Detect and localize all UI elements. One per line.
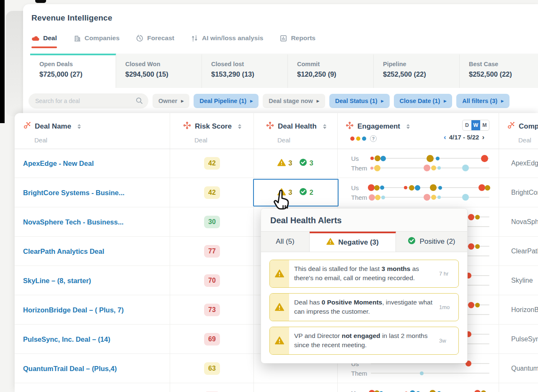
column-header-deal-health[interactable]: Deal Health [266, 121, 326, 131]
engagement-timeline [371, 373, 489, 374]
column-header-risk-score[interactable]: Risk Score [183, 121, 241, 131]
risk-score-pill: 42 [204, 157, 220, 170]
engagement-us-label: Us [351, 155, 359, 162]
alert-time: 7 hr [439, 260, 458, 287]
filter-chip-deal-pipeline-1[interactable]: Deal Pipeline (1)▸ [194, 94, 259, 108]
tab-deal[interactable]: Deal [31, 34, 57, 48]
tab-companies[interactable]: Companies [74, 34, 120, 48]
summary-card-best-case[interactable]: Best Case$252,500 (22) [460, 54, 538, 88]
risk-score-pill: 69 [204, 333, 220, 346]
column-header-engagement[interactable]: Engagement [346, 121, 410, 131]
card-value: $120,250 (9) [297, 70, 373, 78]
company-name: BrightCor [511, 189, 538, 196]
granularity-m[interactable]: M [480, 120, 489, 130]
engagement-dot [475, 215, 480, 219]
engagement-dot [431, 165, 436, 170]
card-value: $252,500 (22) [469, 70, 538, 78]
filter-chip-close-date-1[interactable]: Close Date (1)▸ [394, 94, 453, 108]
deal-health-cell[interactable] [253, 383, 337, 392]
summary-card-closed-won[interactable]: Closed Won$294,500 (15) [116, 54, 202, 88]
filter-chips: Owner▸Deal Pipeline (1)▸Deal stage now▸D… [153, 94, 510, 108]
summary-card-closed-lost[interactable]: Closed lost$153,290 (13) [202, 54, 288, 88]
engagement-cell: UsThem [337, 149, 499, 178]
popup-tab-positive-2[interactable]: Positive (2) [396, 232, 467, 252]
popup-tab-label: Negative (3) [338, 238, 378, 247]
search-input[interactable] [28, 93, 148, 108]
filter-chip-owner[interactable]: Owner▸ [153, 94, 189, 108]
engagement-dot [370, 157, 374, 160]
popup-alert-list: This deal is stalled for the last 3 mont… [261, 252, 467, 363]
alert-card: VP and Director not engaged in last 2 mo… [269, 327, 459, 355]
sort-arrows[interactable] [406, 124, 410, 129]
deal-health-cell[interactable]: 32 [253, 178, 337, 207]
deal-name-link[interactable]: SkyLine – (8, starter) [23, 276, 163, 284]
engagement-dot [437, 166, 441, 170]
company-name: Quantum [511, 365, 538, 372]
deal-name-link[interactable]: QuantumTrail Deal – (Plus,4) [23, 364, 163, 372]
column-header-comp[interactable]: Comp [507, 121, 538, 131]
chip-label: Deal stage now [269, 98, 313, 104]
sort-arrows[interactable] [323, 124, 326, 129]
deal-name-link[interactable]: ClearPath Analytics Deal [23, 247, 163, 255]
risk-score-pill: 63 [204, 362, 220, 375]
warning-icon [277, 188, 286, 197]
page-title: Revenue Intelligence [31, 13, 112, 23]
deal-icon [31, 35, 39, 41]
column-header-deal-name[interactable]: Deal Name [23, 121, 81, 131]
caret-right-icon: ▸ [381, 98, 384, 104]
table-row: UsThem [15, 383, 538, 392]
engagement-dot [374, 165, 380, 171]
engagement-dot [475, 303, 480, 307]
deal-name-link[interactable]: ApexEdge - New Deal [23, 159, 163, 167]
granularity-d[interactable]: D [463, 120, 471, 130]
deal-name-link[interactable]: NovaSphere Tech - Business... [23, 218, 163, 226]
popup-tab-all-5[interactable]: All (5) [261, 232, 310, 252]
alert-text: This deal is stalled for the last 3 mont… [289, 260, 439, 287]
tab-reports[interactable]: Reports [280, 34, 316, 48]
risk-score-pill: 30 [204, 216, 220, 228]
tab-ai-win-loss-analysis[interactable]: AI win/loss analysis [191, 34, 263, 48]
chip-label: Deal Status (1) [335, 98, 378, 104]
filter-chip-deal-status-1[interactable]: Deal Status (1)▸ [329, 94, 390, 108]
engagement-dot [479, 184, 485, 191]
primary-tabs: DealCompaniesForecastAI win/loss analysi… [31, 34, 316, 48]
negative-count: 3 [288, 188, 292, 196]
engagement-dot [429, 390, 436, 392]
warning-icon [277, 159, 286, 168]
ai-winloss-icon [191, 35, 198, 42]
summary-card-commit[interactable]: Commit$120,250 (9) [288, 54, 374, 88]
warning-icon [326, 238, 334, 247]
sort-arrows[interactable] [238, 124, 241, 129]
popup-tab-negative-3[interactable]: Negative (3) [310, 232, 396, 252]
column-sublabel: Deal [277, 137, 290, 144]
positive-count: 2 [310, 188, 313, 196]
card-label: Commit [297, 61, 373, 67]
tab-label: Forecast [147, 34, 174, 42]
prev-period-icon[interactable]: ‹ [444, 134, 446, 141]
engagement-dot [468, 243, 474, 250]
sort-arrows[interactable] [78, 124, 81, 129]
deal-health-cell[interactable]: 33 [253, 149, 337, 178]
tab-forecast[interactable]: Forecast [136, 34, 174, 48]
hubspot-sprocket-icon [23, 121, 31, 131]
filter-chip-all-filters-3[interactable]: All filters (3)▸ [456, 94, 510, 108]
next-period-icon[interactable]: › [482, 134, 484, 141]
card-value: $294,500 (15) [125, 70, 202, 78]
negative-count: 3 [288, 159, 292, 167]
popup-title: Deal Health Alerts [261, 209, 467, 232]
alert-card: Deal has 0 Positive Moments, investigate… [269, 293, 459, 321]
engagement-dot [374, 185, 380, 191]
filter-bar: Owner▸Deal Pipeline (1)▸Deal stage now▸D… [28, 93, 538, 109]
engagement-dot [474, 390, 481, 392]
engagement-dot [370, 167, 373, 170]
engagement-dot [380, 186, 384, 190]
summary-card-pipeline[interactable]: Pipeline$252,500 (22) [374, 54, 460, 88]
help-icon[interactable]: ? [370, 135, 377, 142]
popup-tab-label: Positive (2) [419, 237, 455, 246]
filter-chip-deal-stage-now[interactable]: Deal stage now▸ [263, 94, 325, 108]
summary-card-open-deals[interactable]: Open Deals$725,000 (27) [30, 54, 116, 88]
deal-name-link[interactable]: BrightCore Systems - Busine... [23, 188, 163, 196]
granularity-w[interactable]: W [471, 120, 480, 130]
deal-name-link[interactable]: HorizonBridge Deal – ( Plus, 7) [23, 306, 163, 314]
deal-name-link[interactable]: PulseSync, Inc. Deal – (14) [23, 335, 163, 343]
